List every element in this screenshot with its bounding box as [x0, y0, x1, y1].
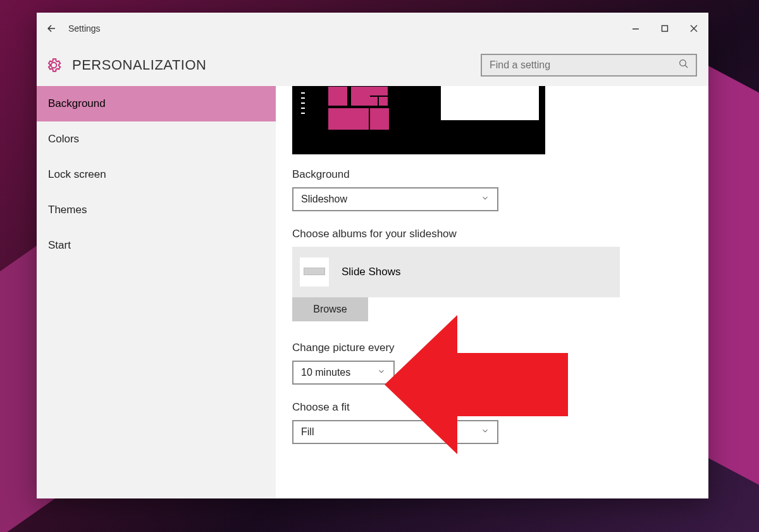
close-icon — [690, 25, 698, 32]
sidebar-item-label: Background — [48, 97, 106, 110]
arrow-left-icon — [46, 23, 57, 34]
sidebar-item-background[interactable]: Background — [37, 86, 276, 121]
sidebar-item-lock-screen[interactable]: Lock screen — [37, 157, 276, 192]
fit-label: Choose a fit — [292, 401, 692, 414]
search-box[interactable] — [481, 54, 697, 77]
sidebar-item-start[interactable]: Start — [37, 228, 276, 263]
sidebar: Background Colors Lock screen Themes Sta… — [37, 86, 276, 498]
sidebar-item-label: Lock screen — [48, 168, 106, 181]
dropdown-value: 10 minutes — [301, 367, 350, 378]
album-name: Slide Shows — [342, 266, 401, 278]
maximize-icon — [661, 25, 669, 32]
dropdown-value: Fill — [301, 426, 314, 438]
search-input[interactable] — [488, 59, 678, 71]
header: PERSONALIZATION — [37, 44, 708, 86]
svg-point-2 — [680, 60, 686, 66]
chevron-down-icon — [481, 194, 490, 205]
titlebar: Settings — [37, 13, 708, 44]
desktop-preview — [292, 86, 545, 154]
minimize-button[interactable] — [621, 13, 650, 44]
fit-dropdown[interactable]: Fill — [292, 420, 498, 444]
search-icon — [678, 58, 689, 72]
sidebar-item-themes[interactable]: Themes — [37, 192, 276, 228]
sidebar-item-label: Themes — [48, 204, 87, 216]
album-item[interactable]: Slide Shows — [292, 247, 620, 297]
svg-rect-1 — [662, 26, 668, 32]
gear-icon — [46, 57, 62, 73]
back-button[interactable] — [37, 13, 66, 44]
svg-rect-0 — [632, 28, 639, 30]
browse-button[interactable]: Browse — [292, 297, 368, 321]
albums-label: Choose albums for your slideshow — [292, 228, 692, 240]
minimize-icon — [632, 25, 639, 32]
window-title: Settings — [66, 23, 101, 34]
chevron-down-icon — [481, 426, 490, 438]
settings-window: Settings PERSONALIZATIO — [37, 13, 708, 498]
content-pane: Background Slideshow Choose albums for y… — [276, 86, 708, 498]
button-label: Browse — [313, 304, 347, 315]
sidebar-item-label: Colors — [48, 133, 79, 145]
interval-label: Change picture every — [292, 342, 692, 354]
svg-line-3 — [685, 65, 688, 68]
maximize-button[interactable] — [650, 13, 679, 44]
interval-dropdown[interactable]: 10 minutes — [292, 361, 395, 385]
background-dropdown[interactable]: Slideshow — [292, 187, 498, 211]
dropdown-value: Slideshow — [301, 194, 347, 205]
sidebar-item-label: Start — [48, 239, 71, 252]
sidebar-item-colors[interactable]: Colors — [37, 121, 276, 157]
folder-icon — [300, 257, 329, 287]
chevron-down-icon — [377, 367, 386, 378]
close-button[interactable] — [679, 13, 708, 44]
page-title: PERSONALIZATION — [72, 57, 206, 73]
background-label: Background — [292, 168, 692, 181]
